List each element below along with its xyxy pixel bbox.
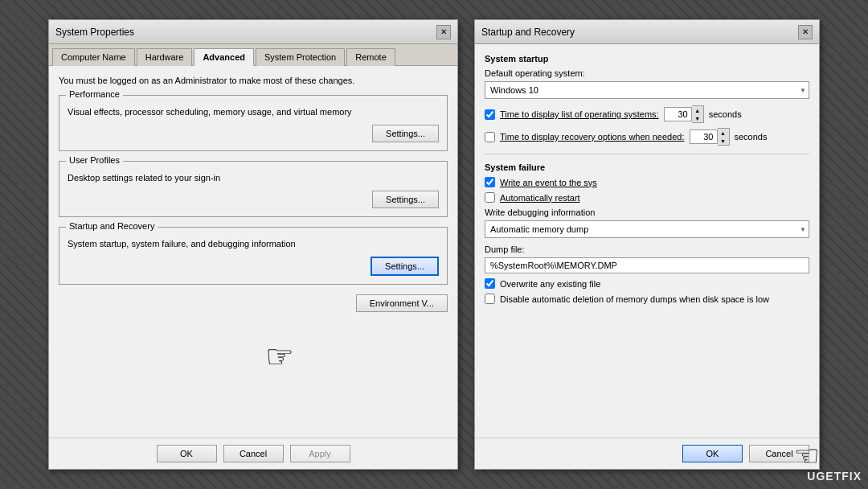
startup-recovery-title: Startup and Recovery (481, 27, 575, 38)
performance-group: Performance Visual effects, processor sc… (59, 95, 448, 151)
time-display-checkbox[interactable] (485, 109, 495, 120)
performance-settings-button[interactable]: Settings... (372, 125, 439, 142)
auto-restart-checkbox[interactable] (485, 192, 495, 203)
recovery-options-label: Time to display recovery options when ne… (500, 132, 685, 142)
user-profiles-group-label: User Profiles (66, 155, 123, 165)
recovery-unit: seconds (735, 132, 768, 142)
overwrite-label: Overwrite any existing file (500, 279, 600, 289)
write-event-label: Write an event to the sys (500, 178, 597, 187)
startup-recovery-content: System startup Default operating system:… (475, 44, 819, 438)
startup-recovery-group-label: Startup and Recovery (66, 221, 158, 231)
env-var-area: Environment V... (59, 294, 448, 312)
startup-recovery-settings-button[interactable]: Settings... (371, 257, 439, 276)
performance-group-label: Performance (66, 89, 123, 99)
time-display-unit: seconds (709, 109, 742, 119)
auto-restart-row: Automatically restart (485, 192, 809, 203)
system-properties-title: System Properties (55, 27, 134, 38)
tab-remote[interactable]: Remote (346, 48, 395, 66)
default-os-label: Default operating system: (485, 68, 809, 78)
recovery-spinner-buttons: ▲ ▼ (718, 128, 730, 146)
divider-1 (485, 154, 809, 154)
time-display-down-button[interactable]: ▼ (692, 114, 703, 122)
startup-recovery-dialog: Startup and Recovery ✕ System startup De… (474, 19, 820, 470)
debug-info-dropdown[interactable]: Automatic memory dump (485, 220, 809, 238)
auto-restart-label: Automatically restart (500, 193, 580, 203)
advanced-tab-content: You must be logged on as an Administrato… (49, 65, 457, 438)
startup-recovery-desc: System startup, system failure, and debu… (68, 239, 439, 249)
time-display-label: Time to display list of operating system… (500, 109, 659, 119)
user-profiles-desc: Desktop settings related to your sign-in (68, 173, 439, 183)
user-profiles-group: User Profiles Desktop settings related t… (59, 161, 448, 217)
time-display-value[interactable] (664, 107, 692, 121)
admin-info-text: You must be logged on as an Administrato… (59, 76, 448, 85)
system-props-cancel-button[interactable]: Cancel (223, 445, 284, 462)
debug-info-dropdown-wrapper: Automatic memory dump (485, 220, 809, 238)
startup-recovery-cancel-button[interactable]: Cancel (749, 445, 809, 462)
write-event-row: Write an event to the sys (485, 177, 809, 187)
startup-recovery-group: Startup and Recovery System startup, sys… (59, 227, 448, 285)
startup-recovery-ok-button[interactable]: OK (682, 445, 743, 462)
tab-advanced[interactable]: Advanced (194, 48, 254, 66)
tab-hardware[interactable]: Hardware (137, 48, 193, 66)
recovery-up-button[interactable]: ▲ (718, 129, 729, 137)
system-failure-label: System failure (485, 162, 809, 172)
system-props-apply-button[interactable]: Apply (290, 445, 350, 462)
dump-file-input[interactable] (485, 257, 809, 273)
system-startup-label: System startup (485, 54, 809, 64)
environment-variables-button[interactable]: Environment V... (356, 294, 448, 312)
tab-computer-name[interactable]: Computer Name (52, 48, 135, 66)
system-properties-close-button[interactable]: ✕ (436, 25, 451, 39)
system-properties-tabs: Computer Name Hardware Advanced System P… (49, 44, 457, 65)
recovery-down-button[interactable]: ▼ (718, 137, 729, 145)
time-display-up-button[interactable]: ▲ (692, 106, 703, 114)
default-os-dropdown-wrapper: Windows 10 (485, 81, 809, 99)
tab-system-protection[interactable]: System Protection (256, 48, 345, 66)
write-event-checkbox[interactable] (485, 177, 495, 187)
recovery-value[interactable] (690, 129, 718, 144)
system-props-footer: OK Cancel Apply (49, 438, 457, 469)
disable-auto-delete-row: Disable automatic deletion of memory dum… (485, 294, 809, 304)
user-profiles-settings-button[interactable]: Settings... (372, 191, 439, 208)
disable-auto-delete-label: Disable automatic deletion of memory dum… (500, 294, 769, 304)
default-os-dropdown[interactable]: Windows 10 (485, 81, 809, 99)
recovery-options-checkbox[interactable] (485, 132, 495, 142)
time-display-row: Time to display list of operating system… (485, 105, 809, 123)
startup-recovery-footer: OK Cancel (475, 438, 819, 469)
recovery-spinner: ▲ ▼ (690, 128, 730, 146)
startup-recovery-close-button[interactable]: ✕ (798, 25, 813, 39)
debug-info-label: Write debugging information (485, 208, 809, 217)
recovery-options-row: Time to display recovery options when ne… (485, 128, 809, 146)
dump-file-label: Dump file: (485, 244, 809, 254)
system-properties-titlebar: System Properties ✕ (49, 20, 457, 44)
system-properties-dialog: System Properties ✕ Computer Name Hardwa… (48, 19, 458, 470)
time-display-spinner-buttons: ▲ ▼ (692, 105, 704, 123)
watermark: UGETFIX (807, 470, 862, 483)
startup-recovery-titlebar: Startup and Recovery ✕ (475, 20, 819, 44)
disable-auto-delete-checkbox[interactable] (485, 294, 495, 304)
performance-desc: Visual effects, processor scheduling, me… (68, 107, 439, 117)
time-display-spinner: ▲ ▼ (664, 105, 704, 123)
system-props-ok-button[interactable]: OK (157, 445, 217, 462)
overwrite-checkbox[interactable] (485, 278, 495, 289)
overwrite-row: Overwrite any existing file (485, 278, 809, 289)
